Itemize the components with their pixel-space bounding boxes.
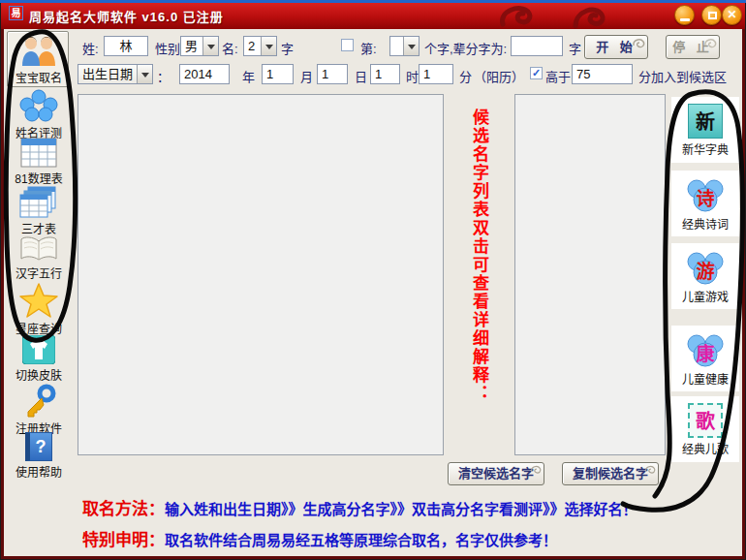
sidebar-item-label: 汉字五行 bbox=[16, 264, 62, 281]
hour-input[interactable]: 1 bbox=[370, 64, 400, 84]
chevron-down-icon[interactable] bbox=[202, 37, 218, 55]
candidate-hint-text: 候选名字列表双击可查看详细解释： bbox=[457, 109, 500, 409]
key-icon bbox=[20, 384, 57, 418]
ordinal-select[interactable] bbox=[389, 36, 420, 56]
naming-method-label: 取名方法： bbox=[82, 500, 165, 518]
score-prefix-label: 高于 bbox=[545, 67, 571, 85]
chevron-down-icon[interactable] bbox=[403, 37, 419, 55]
score-filter-checkbox[interactable]: ✓ bbox=[530, 67, 543, 79]
minimize-icon bbox=[680, 18, 690, 21]
button-swirl-decoration bbox=[529, 464, 543, 476]
date-type-value: 出生日期 bbox=[82, 67, 133, 81]
given-count-value: 2 bbox=[248, 39, 255, 53]
hour-label: 时 bbox=[406, 67, 419, 85]
disclaimer-label: 特别申明： bbox=[82, 531, 165, 549]
tool-label: 新华字典 bbox=[682, 140, 729, 157]
surname-input[interactable]: 林 bbox=[104, 36, 148, 56]
tool-classic-songs[interactable]: 歌 经典儿歌 bbox=[671, 396, 739, 462]
gender-value: 男 bbox=[185, 39, 198, 53]
tool-children-games[interactable]: 游 儿童游戏 bbox=[671, 243, 739, 309]
sidebar-item-label: 三才表 bbox=[21, 220, 56, 236]
health-cloud-icon: 康 bbox=[684, 331, 727, 368]
month-label: 月 bbox=[300, 67, 313, 85]
games-cloud-icon: 游 bbox=[684, 249, 727, 286]
table-icon bbox=[20, 138, 57, 168]
stacked-tables-icon bbox=[19, 186, 58, 218]
disclaimer-line: 特别申明：取名软件结合周易易经五格等原理综合取名，名字仅供参考！ bbox=[82, 526, 557, 550]
sidebar-item-label: 宝宝取名 bbox=[16, 69, 62, 85]
games-glyph: 游 bbox=[684, 257, 727, 283]
surname-label: 姓: bbox=[82, 39, 99, 57]
sidebar-item-label: 使用帮助 bbox=[16, 463, 62, 480]
calendar-note-label: （阳历） bbox=[474, 67, 524, 85]
disclaimer-text: 取名软件结合周易易经五格等原理综合取名，名字仅供参考！ bbox=[165, 532, 557, 548]
sidebar-item-label: 星座查询 bbox=[16, 320, 62, 336]
close-button[interactable]: ✕ bbox=[722, 5, 742, 25]
ordinal-checkbox[interactable] bbox=[341, 39, 354, 51]
tool-label: 儿童游戏 bbox=[682, 288, 729, 304]
tool-label: 经典儿歌 bbox=[682, 440, 729, 456]
start-button[interactable]: 开 始 bbox=[584, 35, 648, 59]
poetry-cloud-icon: 诗 bbox=[684, 176, 727, 213]
gender-select[interactable]: 男 bbox=[180, 36, 219, 56]
date-colon: ： bbox=[157, 67, 170, 85]
sidebar-item-baby-naming[interactable]: 宝宝取名 bbox=[4, 35, 74, 85]
sidebar-item-label: 81数理表 bbox=[15, 170, 62, 186]
copy-candidates-label: 复制候选名字 bbox=[573, 466, 648, 481]
day-label: 日 bbox=[355, 67, 367, 85]
score-threshold-input[interactable]: 75 bbox=[572, 64, 633, 84]
poetry-glyph: 诗 bbox=[684, 184, 727, 210]
chevron-down-icon[interactable] bbox=[261, 37, 276, 55]
stop-button[interactable]: 停 止 bbox=[666, 35, 720, 59]
clear-candidates-label: 清空候选名字 bbox=[458, 466, 534, 481]
clear-candidates-button[interactable]: 清空候选名字 bbox=[448, 462, 544, 485]
gender-label: 性别 bbox=[155, 39, 180, 57]
sidebar-item-hanzi-five-elements[interactable]: 汉字五行 bbox=[4, 236, 74, 281]
open-book-icon bbox=[19, 236, 58, 263]
candidate-names-listbox[interactable] bbox=[514, 94, 666, 455]
tool-xinhua-dictionary[interactable]: 新 新华字典 bbox=[671, 97, 739, 163]
sidebar-item-81-numerology[interactable]: 81数理表 bbox=[4, 138, 74, 186]
given-count-label: 名: bbox=[222, 39, 238, 57]
chevron-down-icon[interactable] bbox=[137, 65, 152, 83]
naming-method-line: 取名方法：输入姓和出生日期》》生成高分名字》》双击高分名字看测评》》选择好名！ bbox=[82, 495, 637, 519]
window-title: 周易起名大师软件 v16.0 已注册 bbox=[29, 7, 224, 25]
button-swirl-decoration bbox=[631, 37, 646, 50]
tool-label: 经典诗词 bbox=[682, 215, 729, 232]
sidebar-item-name-evaluation[interactable]: 姓名评测 bbox=[4, 89, 74, 140]
app-logo-icon: 易 bbox=[9, 6, 23, 20]
people-group-icon bbox=[18, 89, 59, 122]
sidebar-item-switch-skin[interactable]: 切换皮肤 bbox=[4, 335, 74, 383]
maximize-button[interactable] bbox=[701, 5, 722, 25]
year-label: 年 bbox=[242, 67, 255, 85]
minute-input[interactable]: 1 bbox=[419, 64, 453, 84]
tshirt-icon bbox=[22, 335, 55, 364]
sidebar-item-three-talents[interactable]: 三才表 bbox=[4, 186, 74, 236]
generated-names-listbox[interactable] bbox=[78, 94, 444, 455]
tool-children-health[interactable]: 康 儿童健康 bbox=[671, 326, 739, 391]
naming-method-text: 输入姓和出生日期》》生成高分名字》》双击高分名字看测评》》选择好名！ bbox=[165, 501, 637, 517]
month-input[interactable]: 1 bbox=[262, 64, 294, 84]
sidebar-item-label: 切换皮肤 bbox=[16, 366, 62, 383]
button-swirl-decoration bbox=[643, 464, 657, 476]
year-input[interactable]: 2014 bbox=[179, 64, 230, 84]
date-type-select[interactable]: 出生日期 bbox=[78, 64, 153, 84]
generation-char-input[interactable] bbox=[511, 36, 563, 56]
given-count-select[interactable]: 2 bbox=[243, 36, 277, 56]
score-suffix-label: 分加入到候选区 bbox=[638, 67, 727, 85]
star-icon bbox=[19, 283, 58, 318]
ordinal-label: 第: bbox=[360, 39, 377, 57]
tool-classic-poetry[interactable]: 诗 经典诗词 bbox=[671, 171, 739, 236]
titlebar-swirl-decoration bbox=[483, 3, 629, 29]
ordinal-suffix-label: 个字,辈分字为: bbox=[424, 39, 507, 57]
sidebar-item-register[interactable]: 注册软件 bbox=[4, 384, 74, 436]
sidebar-item-help[interactable]: ? 使用帮助 bbox=[4, 432, 74, 480]
couple-icon bbox=[20, 35, 57, 67]
char-suffix-label: 字 bbox=[281, 39, 294, 57]
tool-label: 儿童健康 bbox=[682, 370, 729, 387]
minimize-button[interactable] bbox=[674, 5, 695, 25]
close-icon: ✕ bbox=[723, 8, 741, 21]
sidebar-item-constellation[interactable]: 星座查询 bbox=[4, 283, 74, 336]
day-input[interactable]: 1 bbox=[317, 64, 348, 84]
copy-candidates-button[interactable]: 复制候选名字 bbox=[562, 462, 659, 485]
